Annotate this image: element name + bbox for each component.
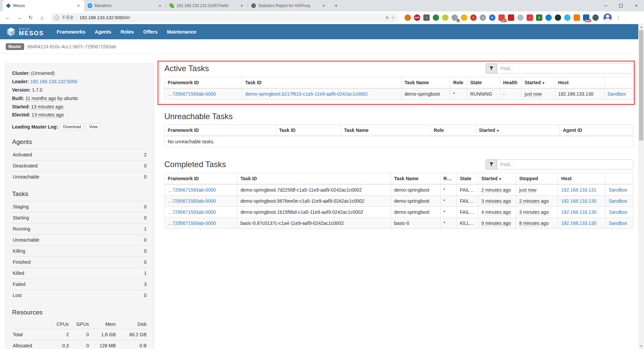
col-task-name[interactable]: Task Name <box>401 77 450 89</box>
site-info-icon[interactable]: i <box>54 15 59 20</box>
find-input[interactable] <box>497 63 633 73</box>
host-link[interactable]: 192.168.133.130 <box>561 220 596 226</box>
col-host[interactable]: Host <box>555 77 604 89</box>
extension-icon[interactable] <box>545 14 552 21</box>
host-link[interactable]: 192.168.133.131 <box>561 187 596 193</box>
nav-item-agents[interactable]: Agents <box>90 29 116 35</box>
tab-close-icon[interactable]: × <box>239 3 244 8</box>
col-framework-id[interactable]: Framework ID <box>165 125 276 136</box>
back-button[interactable]: ← <box>3 13 13 23</box>
extension-icon[interactable]: S <box>536 14 542 21</box>
tab-mesos[interactable]: Mesos × <box>3 0 84 11</box>
extension-icon[interactable] <box>442 14 448 21</box>
extension-icon[interactable]: B <box>489 14 495 21</box>
filter-button[interactable] <box>486 159 497 169</box>
col-framework-id[interactable]: Framework ID <box>165 173 237 185</box>
col-gpus: GPUs <box>69 321 89 327</box>
security-label[interactable]: 不安全 <box>62 15 74 20</box>
tab-marathon[interactable]: Marathon × <box>84 0 166 11</box>
scrollbar-thumb[interactable] <box>639 30 643 141</box>
col-stopped[interactable]: Stopped <box>516 173 558 185</box>
forward-button[interactable]: → <box>14 13 24 23</box>
reload-button[interactable]: ↻ <box>25 13 36 23</box>
extension-icon[interactable] <box>433 14 439 21</box>
sandbox-link[interactable]: Sandbox <box>609 209 627 215</box>
task-id-link[interactable]: demo-springboot.b217f610-c1a5-11e9-aaf9-… <box>245 91 368 97</box>
col-host[interactable]: Host <box>558 173 606 185</box>
framework-id-link[interactable]: …7295671593ab-0000 <box>168 198 216 204</box>
col-agent-id[interactable]: Agent ID <box>560 125 633 136</box>
scrollbar-up-icon[interactable]: ▲ <box>638 24 644 30</box>
url-text[interactable]: 192.168.133.132:5050/#/ <box>79 15 383 20</box>
bookmark-star-icon[interactable]: ☆ <box>391 15 395 20</box>
leader-link[interactable]: 192.168.133.132:5050 <box>30 79 77 84</box>
extension-icon[interactable] <box>405 14 411 21</box>
framework-id-link[interactable]: …7295671593ab-0000 <box>168 220 216 226</box>
tab-close-icon[interactable]: × <box>158 3 162 8</box>
nav-item-maintenance[interactable]: Maintenance <box>162 29 201 35</box>
col-started[interactable]: Started▼ <box>476 125 560 136</box>
framework-id-link[interactable]: …7295671593ab-0000 <box>168 209 216 215</box>
extension-icon[interactable] <box>517 14 524 21</box>
host-link[interactable]: 192.168.133.130 <box>561 209 596 215</box>
tab-close-icon[interactable]: × <box>321 3 326 8</box>
maximize-button[interactable] <box>613 0 629 11</box>
framework-id-link[interactable]: …7295671593ab-0000 <box>168 187 216 193</box>
extension-icon[interactable]: C <box>470 14 477 21</box>
col-started[interactable]: Started▼ <box>478 173 516 185</box>
log-download-button[interactable]: Download <box>60 123 84 130</box>
minimize-button[interactable] <box>598 0 613 11</box>
close-button[interactable]: × <box>629 0 644 11</box>
sandbox-link[interactable]: Sandbox <box>609 198 627 204</box>
col-health[interactable]: Health <box>500 77 522 89</box>
sandbox-link[interactable]: Sandbox <box>609 220 627 226</box>
col-task-name[interactable]: Task Name <box>341 125 431 136</box>
col-task-id[interactable]: Task ID <box>237 173 391 185</box>
nav-item-frameworks[interactable]: Frameworks <box>52 29 90 35</box>
tab-hello[interactable]: 192.168.133.131:31657/hello × <box>166 0 248 11</box>
extension-icon[interactable] <box>564 14 571 21</box>
extension-icon[interactable]: ✓ <box>461 14 467 21</box>
home-button[interactable]: ⌂ <box>37 13 47 23</box>
extension-icon[interactable]: 99+ <box>498 14 505 21</box>
extension-icon[interactable]: ABP <box>414 14 420 21</box>
col-state[interactable]: State <box>457 173 478 185</box>
address-bar[interactable]: i 不安全 192.168.133.132:5050/#/ A ☆ <box>50 13 399 22</box>
nav-item-roles[interactable]: Roles <box>116 29 139 35</box>
extension-icon[interactable]: a <box>480 14 486 21</box>
col-role[interactable]: Role <box>440 173 457 185</box>
extension-icon[interactable] <box>555 14 561 21</box>
extension-icon[interactable]: 1 <box>451 14 458 21</box>
col-role[interactable]: Role <box>450 77 467 89</box>
log-view-button[interactable]: View <box>86 123 101 130</box>
nav-item-offers[interactable]: Offers <box>139 29 162 35</box>
page-scrollbar[interactable]: ▲ ▼ <box>638 24 644 349</box>
framework-id-link[interactable]: …7295671593ab-0000 <box>168 91 216 97</box>
col-task-id[interactable]: Task ID <box>276 125 341 136</box>
browser-menu-icon[interactable]: ⋮ <box>613 14 624 21</box>
sandbox-link[interactable]: Sandbox <box>609 187 627 193</box>
extension-icon[interactable]: New <box>583 14 589 21</box>
filter-button[interactable] <box>486 63 497 73</box>
extension-icon[interactable] <box>508 14 514 21</box>
tab-haproxy[interactable]: Statistics Report for HAProxy × <box>248 0 329 11</box>
extension-icon[interactable] <box>574 14 580 21</box>
col-role[interactable]: Role <box>431 125 476 136</box>
host-link[interactable]: 192.168.133.130 <box>561 198 596 204</box>
find-input[interactable] <box>497 159 633 169</box>
col-framework-id[interactable]: Framework ID <box>165 77 242 89</box>
col-started[interactable]: Started▼ <box>522 77 555 89</box>
profile-avatar[interactable] <box>603 13 612 22</box>
tab-close-icon[interactable]: × <box>76 3 81 8</box>
translate-icon[interactable]: A <box>386 15 389 20</box>
extension-icon[interactable] <box>592 14 599 21</box>
sandbox-link[interactable]: Sandbox <box>607 91 626 97</box>
extension-icon[interactable]: ≡ <box>527 14 533 21</box>
col-task-id[interactable]: Task ID <box>242 77 401 89</box>
mesos-brand[interactable]: Apache MESOS <box>6 27 44 37</box>
new-tab-button[interactable]: + <box>331 1 341 10</box>
col-state[interactable]: State <box>467 77 500 89</box>
scrollbar-down-icon[interactable]: ▼ <box>638 343 644 349</box>
col-task-name[interactable]: Task Name <box>391 173 440 185</box>
extension-icon[interactable]: ≡ <box>423 14 430 21</box>
